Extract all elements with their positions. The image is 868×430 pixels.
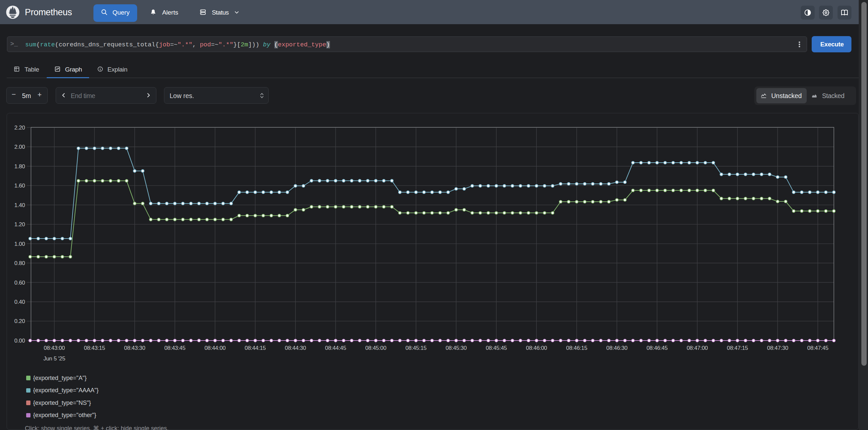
svg-text:08:47:15: 08:47:15 bbox=[727, 345, 748, 351]
svg-text:2.20: 2.20 bbox=[14, 125, 25, 131]
svg-text:08:47:30: 08:47:30 bbox=[767, 345, 788, 351]
svg-text:2.00: 2.00 bbox=[14, 144, 25, 150]
svg-text:08:45:30: 08:45:30 bbox=[445, 345, 467, 351]
svg-text:08:45:15: 08:45:15 bbox=[405, 345, 427, 351]
svg-text:08:43:15: 08:43:15 bbox=[84, 345, 105, 351]
svg-text:08:47:45: 08:47:45 bbox=[807, 345, 829, 351]
svg-text:08:44:45: 08:44:45 bbox=[325, 345, 346, 351]
svg-text:08:45:00: 08:45:00 bbox=[365, 345, 386, 351]
svg-text:0.80: 0.80 bbox=[14, 260, 25, 266]
svg-text:1.40: 1.40 bbox=[14, 202, 25, 208]
svg-text:08:46:15: 08:46:15 bbox=[566, 345, 587, 351]
svg-text:0.20: 0.20 bbox=[14, 318, 25, 324]
svg-text:1.60: 1.60 bbox=[14, 183, 25, 189]
svg-text:08:46:30: 08:46:30 bbox=[606, 345, 627, 351]
svg-text:Jun 5 '25: Jun 5 '25 bbox=[43, 356, 65, 362]
svg-text:08:46:45: 08:46:45 bbox=[646, 345, 668, 351]
svg-text:08:47:00: 08:47:00 bbox=[687, 345, 708, 351]
svg-text:0.60: 0.60 bbox=[14, 280, 25, 286]
svg-text:1.80: 1.80 bbox=[14, 163, 25, 170]
svg-text:08:44:30: 08:44:30 bbox=[285, 345, 306, 351]
svg-text:1.00: 1.00 bbox=[14, 241, 25, 247]
svg-text:08:45:45: 08:45:45 bbox=[486, 345, 507, 351]
svg-text:1.20: 1.20 bbox=[14, 221, 25, 227]
svg-text:08:43:00: 08:43:00 bbox=[44, 345, 65, 351]
svg-text:08:46:00: 08:46:00 bbox=[526, 345, 547, 351]
svg-text:08:44:15: 08:44:15 bbox=[245, 345, 266, 351]
svg-text:08:44:00: 08:44:00 bbox=[205, 345, 226, 351]
svg-text:08:43:30: 08:43:30 bbox=[124, 345, 146, 351]
svg-text:08:43:45: 08:43:45 bbox=[164, 345, 186, 351]
svg-text:0.00: 0.00 bbox=[14, 338, 25, 344]
svg-text:0.40: 0.40 bbox=[14, 299, 25, 305]
